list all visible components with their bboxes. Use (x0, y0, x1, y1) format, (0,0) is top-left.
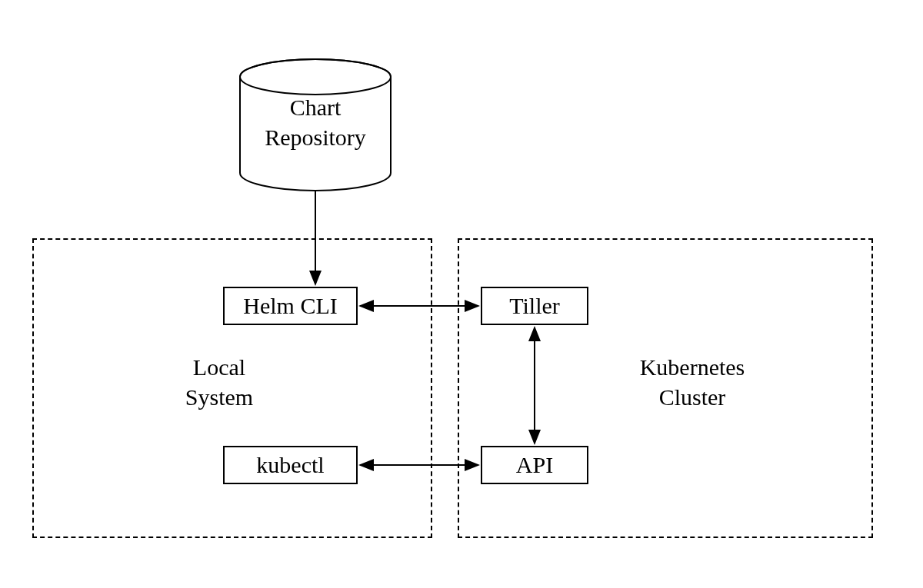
helm-cli-label: Helm CLI (243, 293, 337, 319)
api-label: API (516, 452, 553, 478)
k8s-line1: Kubernetes (640, 354, 745, 380)
local-line2: System (185, 384, 253, 410)
tiller-node: Tiller (481, 287, 588, 325)
kubernetes-cluster-label: Kubernetes Cluster (615, 352, 769, 412)
kubectl-node: kubectl (223, 446, 358, 484)
k8s-line2: Cluster (659, 384, 726, 410)
local-system-label: Local System (173, 352, 265, 412)
api-node: API (481, 446, 588, 484)
local-line1: Local (193, 354, 245, 380)
chart-repo-line2: Repository (265, 125, 366, 150)
tiller-label: Tiller (509, 293, 560, 319)
helm-cli-node: Helm CLI (223, 287, 358, 325)
chart-repository-label: Chart Repository (238, 92, 392, 152)
architecture-diagram: Chart Repository Local System Kubernetes… (0, 0, 923, 588)
kubectl-label: kubectl (256, 452, 324, 478)
chart-repo-line1: Chart (290, 95, 342, 120)
